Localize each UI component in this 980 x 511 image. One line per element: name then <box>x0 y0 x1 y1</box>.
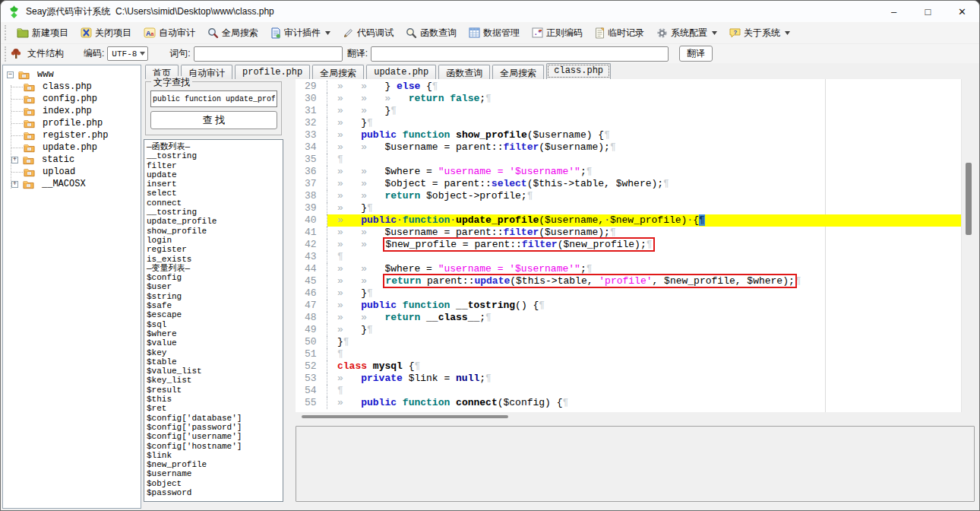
variable-list-item[interactable]: $new_profile <box>147 460 283 469</box>
variable-list-item[interactable]: $config['password'] <box>147 423 283 432</box>
minimize-button[interactable]: – <box>877 1 911 22</box>
tab-全局搜索[interactable]: 全局搜索 <box>492 65 544 79</box>
code-line-text[interactable]: ¶ <box>327 385 976 397</box>
variable-list-item[interactable]: $config <box>147 273 283 282</box>
code-line-text[interactable]: » » return $object->profile;¶ <box>327 190 976 202</box>
function-list-item[interactable]: __tostring <box>147 151 283 160</box>
code-line-text[interactable]: » » } else {¶ <box>327 81 976 93</box>
tree-item-update.php[interactable]: update.php <box>3 141 141 154</box>
code-line-50[interactable]: 50}¶ <box>296 336 976 348</box>
code-line-33[interactable]: 33» public function show_profile($userna… <box>296 129 976 141</box>
code-line-47[interactable]: 47» public function __tostring() {¶ <box>296 300 976 312</box>
variable-list-item[interactable]: $password <box>147 488 283 497</box>
chevron-down-icon[interactable] <box>785 31 790 35</box>
code-line-41[interactable]: 41» » $username = parent::filter($userna… <box>296 227 976 239</box>
variable-list-item[interactable]: $key_list <box>147 376 283 385</box>
code-line-45[interactable]: 45» » return parent::update($this->table… <box>296 275 976 287</box>
code-line-32[interactable]: 32» }¶ <box>296 117 976 129</box>
variable-list-item[interactable]: $table <box>147 357 283 367</box>
variable-list-item[interactable]: $user <box>147 282 283 291</box>
code-line-44[interactable]: 44» » $where = "username = '$username'";… <box>296 263 976 275</box>
toolbar-button-function-query[interactable]: 函数查询 <box>400 24 463 43</box>
code-line-55[interactable]: 55» public function connect($config) {¶ <box>296 397 976 409</box>
variable-list-item[interactable]: $link <box>147 451 283 460</box>
code-line-text[interactable]: » public function show_profile($username… <box>327 129 976 141</box>
code-line-text[interactable]: » }¶ <box>327 324 976 336</box>
tree-expander[interactable]: − <box>7 71 14 78</box>
variable-list-item[interactable]: $sql <box>147 320 283 329</box>
variable-list-header[interactable]: —变量列表— <box>147 264 283 273</box>
close-button[interactable]: ✕ <box>945 1 979 22</box>
tree-item-www[interactable]: −www <box>3 68 141 81</box>
toolbar-button-about-system[interactable]: ?关于系统 <box>723 24 796 43</box>
code-line-text[interactable]: » » $where = "username = '$username'";¶ <box>327 166 976 178</box>
variable-list-item[interactable]: $safe <box>147 301 283 310</box>
function-list-item[interactable]: update <box>147 170 283 179</box>
function-list-item[interactable]: connect <box>147 198 283 208</box>
function-list-item[interactable]: is_exists <box>147 255 283 264</box>
code-line-text[interactable]: » » $new_profile = parent::filter($new_p… <box>327 239 976 251</box>
code-line-text[interactable]: » » $object = parent::select($this->tabl… <box>327 178 976 190</box>
code-line-text[interactable]: » » return parent::update($this->table, … <box>327 275 976 287</box>
tree-item-index.php[interactable]: index.php <box>3 105 141 117</box>
variable-list-item[interactable]: $key <box>147 348 283 357</box>
code-editor[interactable]: 29» » } else {¶30» » » return false;¶31»… <box>296 79 976 412</box>
function-list-item[interactable]: filter <box>147 161 283 170</box>
toolbar-button-close-project[interactable]: 关闭项目 <box>74 24 138 43</box>
function-list-item[interactable]: insert <box>147 179 283 189</box>
tab-函数查询[interactable]: 函数查询 <box>438 65 490 79</box>
maximize-button[interactable]: □ <box>911 1 945 22</box>
toolbar-button-global-search[interactable]: 全局搜索 <box>201 24 264 43</box>
code-line-text[interactable]: » }¶ <box>327 287 976 300</box>
code-line-30[interactable]: 30» » » return false;¶ <box>296 93 976 105</box>
tree-item-profile.php[interactable]: profile.php <box>3 117 141 129</box>
tab-全局搜索[interactable]: 全局搜索 <box>312 65 364 79</box>
function-list-item[interactable]: select <box>147 189 283 198</box>
variable-list-item[interactable]: $config['username'] <box>147 432 283 441</box>
function-list-item[interactable]: show_profile <box>147 227 283 236</box>
code-line-text[interactable]: }¶ <box>327 336 976 348</box>
code-line-text[interactable]: » public function __tostring() {¶ <box>327 300 976 312</box>
code-line-43[interactable]: 43¶ <box>296 251 976 263</box>
code-line-text[interactable]: ¶ <box>327 251 976 263</box>
toolbar-button-code-debug[interactable]: 代码调试 <box>337 24 400 43</box>
variable-list-item[interactable]: $this <box>147 395 283 404</box>
code-line-52[interactable]: 52class mysql {¶ <box>296 360 976 373</box>
toolbar-button-system-config[interactable]: 系统配置 <box>650 24 723 43</box>
variable-list-item[interactable]: $value <box>147 338 283 348</box>
toolbar-button-regex-encode[interactable]: .*正则编码 <box>526 24 589 43</box>
tree-item-__MACOSX[interactable]: +__MACOSX <box>3 178 141 190</box>
toolbar-button-auto-audit[interactable]: Aa自动审计 <box>138 24 201 43</box>
editor-vertical-scrollbar[interactable] <box>961 79 976 412</box>
code-line-36[interactable]: 36» » $where = "username = '$username'";… <box>296 166 976 178</box>
code-line-37[interactable]: 37» » $object = parent::select($this->ta… <box>296 178 976 190</box>
variable-list-item[interactable]: $config['database'] <box>147 414 283 423</box>
toolbar-button-new-project[interactable]: 新建项目 <box>11 24 74 43</box>
tree-expander[interactable]: + <box>11 181 18 188</box>
code-line-39[interactable]: 39» }¶ <box>296 202 976 214</box>
phrase-input[interactable] <box>194 46 343 62</box>
variable-list-item[interactable]: $config['hostname'] <box>147 442 283 451</box>
code-line-text[interactable]: » » $username = parent::filter($username… <box>327 227 976 239</box>
code-line-51[interactable]: 51¶ <box>296 348 976 360</box>
tree-item-static[interactable]: +static <box>3 154 141 166</box>
tree-item-config.php[interactable]: config.php <box>3 93 141 105</box>
tree-expander[interactable]: + <box>11 157 18 163</box>
code-line-53[interactable]: 53» private $link = null;¶ <box>296 373 976 385</box>
code-line-29[interactable]: 29» » } else {¶ <box>296 81 976 93</box>
variable-list-item[interactable]: $escape <box>147 310 283 319</box>
horizontal-scrollbar-thumb[interactable] <box>302 415 508 418</box>
code-line-42[interactable]: 42» » $new_profile = parent::filter($new… <box>296 239 976 251</box>
translate-button[interactable]: 翻译 <box>679 46 713 62</box>
function-list-item[interactable]: __tostring <box>147 208 283 217</box>
code-line-text[interactable]: » » }¶ <box>327 105 976 117</box>
variable-list-item[interactable]: $username <box>147 469 283 478</box>
tab-update.php[interactable]: update.php <box>366 65 436 79</box>
chevron-down-icon[interactable] <box>325 31 330 35</box>
tree-item-register.php[interactable]: register.php <box>3 129 141 141</box>
variable-list-item[interactable]: $ret <box>147 404 283 413</box>
editor-horizontal-scrollbar[interactable] <box>296 414 976 421</box>
code-line-35[interactable]: 35¶ <box>296 154 976 166</box>
variable-list-item[interactable]: $result <box>147 386 283 395</box>
toolbar-button-audit-plugin[interactable]: 审计插件 <box>264 24 337 43</box>
